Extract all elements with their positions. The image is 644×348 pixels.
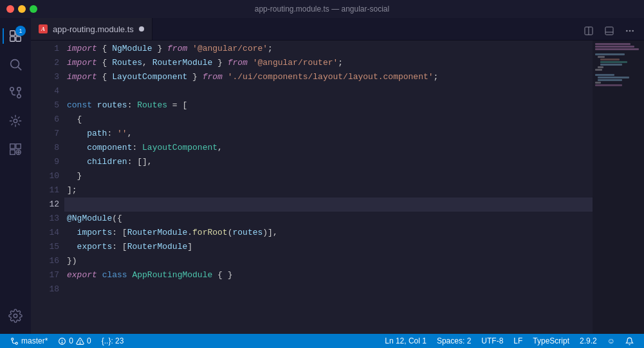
- titlebar: app-routing.module.ts — angular-social: [0, 0, 644, 18]
- code-line: }: [64, 169, 593, 183]
- cursor-position: Ln 12, Col 1: [385, 336, 427, 345]
- svg-rect-0: [10, 31, 15, 35]
- svg-point-28: [62, 342, 62, 343]
- svg-point-25: [15, 342, 17, 344]
- code-editor[interactable]: import { NgModule } from '@angular/core'…: [64, 41, 593, 334]
- editor-content: 1 2 3 4 5 6 7 8 9 10 11 12 13 14 15 16 1…: [31, 41, 644, 334]
- code-line: [64, 84, 593, 98]
- status-line-ending[interactable]: LF: [508, 334, 528, 348]
- editor-area: A app-routing.module.ts: [31, 18, 644, 334]
- status-info[interactable]: {..}: 23: [97, 334, 129, 348]
- code-line: component : LayoutComponent ,: [64, 141, 593, 155]
- info-text: {..}: 23: [102, 336, 124, 345]
- encoding-label: UTF-8: [481, 336, 503, 345]
- more-actions-button[interactable]: [621, 22, 639, 40]
- code-line: export class AppRoutingModule { }: [64, 268, 593, 282]
- warning-icon: [76, 337, 84, 345]
- code-line: imports : [ RouterModule . forRoot ( rou…: [64, 226, 593, 240]
- status-encoding[interactable]: UTF-8: [476, 334, 508, 348]
- error-icon: [58, 337, 66, 345]
- minimize-button[interactable]: [18, 5, 26, 13]
- code-line: const routes : Routes = [: [64, 98, 593, 113]
- spaces-label: Spaces: 2: [437, 336, 471, 345]
- code-line: @NgModule ({: [64, 212, 593, 226]
- code-line: [64, 282, 593, 297]
- code-line: ];: [64, 183, 593, 197]
- svg-point-8: [17, 87, 21, 91]
- code-line: import { NgModule } from '@angular/core'…: [64, 42, 593, 56]
- sidebar-item-explorer[interactable]: 1: [3, 23, 28, 49]
- svg-point-30: [80, 342, 80, 343]
- activity-bar-bottom: [3, 303, 28, 329]
- badge: 1: [15, 26, 26, 36]
- notification-icon: [625, 337, 634, 345]
- maximize-button[interactable]: [30, 5, 37, 13]
- status-bar: master* 0 0 {..}: 23 Ln 12, Col 1 Spaces…: [0, 334, 644, 348]
- status-branch[interactable]: master*: [5, 334, 53, 348]
- language-label: TypeScript: [533, 336, 569, 345]
- warning-count: 0: [87, 336, 91, 345]
- svg-rect-2: [10, 37, 15, 41]
- line-numbers: 1 2 3 4 5 6 7 8 9 10 11 12 13 14 15 16 1…: [31, 41, 64, 334]
- code-line: import { LayoutComponent } from './ui/co…: [64, 70, 593, 84]
- svg-point-4: [11, 60, 19, 68]
- status-version[interactable]: 2.9.2: [575, 334, 602, 348]
- window-controls: [6, 5, 37, 13]
- window-title: app-routing.module.ts — angular-social: [255, 5, 389, 14]
- code-line: children : [],: [64, 155, 593, 169]
- status-smiley[interactable]: ☺: [602, 334, 620, 348]
- svg-point-6: [10, 87, 14, 91]
- status-bell[interactable]: [620, 334, 639, 348]
- tab-actions: [580, 22, 644, 40]
- code-line-active: [64, 197, 593, 212]
- tab-filename: app-routing.module.ts: [53, 24, 134, 34]
- sidebar-item-settings[interactable]: [3, 303, 28, 329]
- line-ending-label: LF: [513, 336, 522, 345]
- code-line: }): [64, 254, 593, 268]
- branch-icon: [10, 337, 19, 345]
- status-errors[interactable]: 0 0: [53, 334, 96, 348]
- tab-app-routing[interactable]: A app-routing.module.ts: [31, 18, 152, 40]
- code-line: {: [64, 113, 593, 127]
- tab-file-icon: A: [39, 24, 48, 33]
- svg-point-16: [14, 314, 17, 318]
- activity-bar: 1: [0, 18, 31, 334]
- code-line: path : '' ,: [64, 127, 593, 141]
- error-count: 0: [69, 336, 73, 345]
- minimap-content: [593, 41, 644, 89]
- code-line: exports : [ RouterModule ]: [64, 240, 593, 254]
- svg-line-5: [18, 67, 21, 70]
- svg-rect-12: [10, 150, 15, 154]
- main-layout: 1: [0, 18, 644, 334]
- svg-point-22: [629, 30, 631, 32]
- sidebar-item-extensions[interactable]: [3, 136, 28, 162]
- svg-point-21: [626, 30, 628, 32]
- svg-point-24: [12, 338, 14, 340]
- toggle-panel-button[interactable]: [600, 22, 618, 40]
- branch-name: master*: [21, 336, 48, 345]
- smiley-icon: ☺: [607, 336, 615, 345]
- close-button[interactable]: [6, 5, 14, 13]
- status-position[interactable]: Ln 12, Col 1: [380, 334, 432, 348]
- svg-rect-10: [10, 144, 15, 149]
- status-language[interactable]: TypeScript: [528, 334, 575, 348]
- ts-version: 2.9.2: [580, 336, 597, 345]
- split-editor-button[interactable]: [580, 22, 598, 40]
- svg-rect-3: [16, 37, 21, 41]
- svg-rect-11: [16, 144, 21, 149]
- minimap: [593, 41, 644, 334]
- tab-bar: A app-routing.module.ts: [31, 18, 644, 41]
- code-line: import { Routes , RouterModule } from '@…: [64, 56, 593, 70]
- sidebar-item-source-control[interactable]: [3, 80, 28, 105]
- sidebar-item-search[interactable]: [3, 51, 28, 77]
- status-spaces[interactable]: Spaces: 2: [432, 334, 476, 348]
- tab-unsaved-indicator: [139, 26, 144, 32]
- svg-point-9: [14, 119, 17, 123]
- svg-point-23: [632, 30, 634, 32]
- svg-rect-19: [605, 27, 613, 35]
- sidebar-item-debug[interactable]: [3, 108, 28, 134]
- svg-point-7: [17, 95, 21, 98]
